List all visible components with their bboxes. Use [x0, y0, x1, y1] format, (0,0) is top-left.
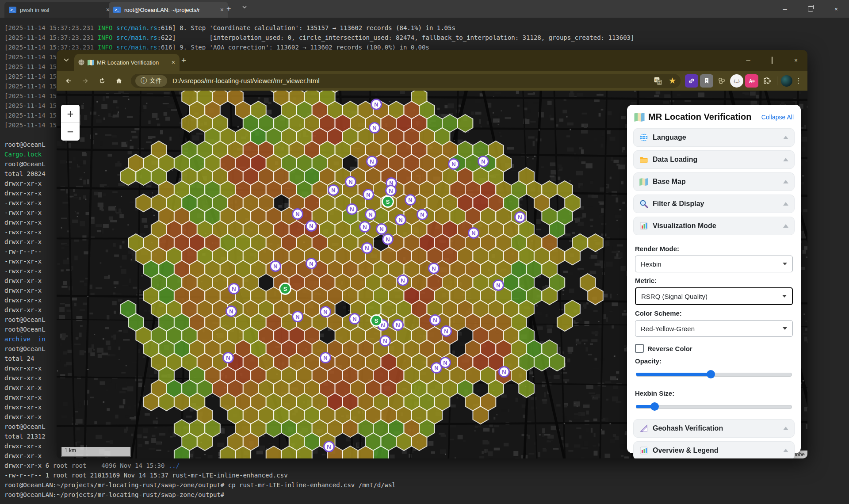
zoom-out-button[interactable]: − [61, 123, 80, 141]
bookmark-star-icon[interactable]: ★ [669, 76, 676, 85]
map-marker-n[interactable]: N [367, 157, 377, 167]
map-marker-n[interactable]: N [380, 336, 390, 346]
collapse-triangle-icon [783, 158, 788, 161]
close-tab-icon[interactable]: × [220, 6, 224, 13]
zoom-in-button[interactable]: + [61, 105, 80, 123]
terminal-restore-button[interactable] [798, 0, 823, 18]
map-marker-n[interactable]: N [229, 284, 239, 294]
map-marker-n[interactable]: N [441, 326, 451, 336]
extension-braces-icon[interactable]: {…} [730, 74, 743, 88]
tab-search-icon[interactable] [60, 54, 73, 66]
map-marker-n[interactable]: N [371, 99, 382, 110]
translate-icon[interactable]: G 文 [654, 76, 662, 85]
section-language[interactable]: Language [633, 128, 795, 147]
map-marker-s[interactable]: S [280, 283, 291, 294]
map-marker-n[interactable]: N [226, 306, 237, 317]
visualization-mode-content: Render Mode: Hexbin Metric: RSRQ (Signal… [633, 239, 795, 419]
terminal-tab-ssh[interactable]: >_ root@OceanLAN: ~/projects/r × [109, 2, 228, 18]
map-marker-n[interactable]: N [347, 204, 357, 214]
map-marker-n[interactable]: N [398, 275, 408, 286]
map-marker-n[interactable]: N [432, 363, 442, 373]
extensions-puzzle-icon[interactable] [760, 74, 773, 88]
section-geohash-verification[interactable]: Geohash Verification [633, 419, 795, 438]
site-info-chip[interactable]: ⓘ 文件 [135, 75, 167, 87]
map-marker-n[interactable]: N [429, 263, 439, 274]
map-viewport[interactable]: NNNNNNNNNNNNNNNNNNNNNNNNNNNNNNNNNNNNNNNN… [57, 91, 807, 458]
browser-maximize-button[interactable] [763, 57, 781, 64]
map-marker-n[interactable]: N [405, 195, 416, 205]
map-marker-n[interactable]: N [293, 209, 303, 219]
map-marker-n[interactable]: N [515, 212, 525, 222]
browser-toolbar: ⓘ 文件 D:/vsrepos/mr-locating-rust/viewer/… [57, 71, 807, 91]
forward-button[interactable] [78, 73, 93, 88]
profile-avatar[interactable] [781, 75, 792, 87]
map-marker-n[interactable]: N [329, 185, 339, 195]
extension-circles-icon[interactable] [715, 74, 728, 88]
map-marker-n[interactable]: N [223, 353, 233, 363]
terminal-close-button[interactable]: × [823, 0, 849, 18]
extension-link-icon[interactable] [685, 74, 698, 88]
metric-select[interactable]: RSRQ (Signal Quality) [635, 287, 793, 305]
browser-tab[interactable]: MR Location Verification × [74, 54, 180, 71]
map-marker-n[interactable]: N [321, 353, 331, 363]
map-marker-s[interactable]: S [371, 315, 382, 326]
map-marker-n[interactable]: N [469, 228, 479, 238]
extension-bookmark-icon[interactable]: ★ [700, 74, 713, 88]
map-marker-n[interactable]: N [396, 215, 406, 225]
back-button[interactable] [61, 73, 76, 88]
section-visualization-mode[interactable]: Visualization Mode [633, 217, 795, 235]
map-marker-n[interactable]: N [499, 367, 509, 377]
section-overview-legend[interactable]: Overview & Legend [633, 441, 795, 458]
map-marker-n[interactable]: N [293, 312, 303, 322]
browser-new-tab-button[interactable]: + [181, 56, 186, 65]
terminal-tab-dropdown-icon[interactable] [242, 4, 247, 10]
address-bar[interactable]: ⓘ 文件 D:/vsrepos/mr-locating-rust/viewer/… [131, 74, 681, 88]
map-marker-n[interactable]: N [324, 442, 334, 452]
map-marker-n[interactable]: N [360, 222, 370, 232]
section-data-loading[interactable]: Data Loading [633, 150, 795, 169]
collapse-all-link[interactable]: Collapse All [761, 114, 794, 121]
map-marker-n[interactable]: N [306, 259, 317, 269]
browser-minimize-button[interactable]: ─ [739, 57, 757, 64]
map-marker-n[interactable]: N [493, 280, 504, 290]
map-marker-n[interactable]: N [346, 177, 356, 187]
map-marker-n[interactable]: N [370, 123, 380, 133]
map-marker-n[interactable]: N [306, 221, 317, 231]
browser-close-button[interactable]: × [787, 57, 805, 64]
map-marker-n[interactable]: N [377, 224, 387, 234]
map-marker-n[interactable]: N [430, 315, 440, 325]
extension-translate-a-icon[interactable]: A中 [745, 74, 758, 88]
map-marker-n[interactable]: N [449, 159, 459, 169]
map-marker-n[interactable]: N [321, 307, 331, 317]
reload-button[interactable] [95, 73, 110, 88]
map-marker-n[interactable]: N [271, 261, 281, 271]
terminal-line: drwxr-xr-x [4, 286, 42, 295]
map-marker-n[interactable]: N [393, 320, 403, 330]
terminal-minimize-button[interactable]: ─ [772, 0, 798, 18]
color-scheme-select[interactable]: Red-Yellow-Green [635, 320, 793, 337]
map-marker-n[interactable]: N [363, 190, 374, 200]
reverse-color-checkbox[interactable] [635, 344, 644, 353]
terminal-new-tab-button[interactable]: + [226, 4, 231, 14]
terminal-line: [2025-11-14 15:37:23.231 INFO src/main.r… [4, 33, 634, 42]
render-mode-select[interactable]: Hexbin [635, 256, 793, 272]
browser-window: MR Location Verification × + ─ × [57, 50, 807, 458]
browser-menu-icon[interactable]: ⋮ [794, 76, 803, 85]
home-button[interactable] [111, 73, 126, 88]
map-marker-n[interactable]: N [417, 210, 428, 220]
map-marker-n[interactable]: N [366, 210, 376, 220]
close-tab-icon[interactable]: × [171, 59, 176, 66]
map-marker-s[interactable]: S [382, 196, 394, 207]
section-base-map[interactable]: Base Map [633, 172, 795, 191]
map-marker-n[interactable]: N [386, 186, 396, 196]
map-marker-n[interactable]: N [362, 243, 372, 253]
svg-text:★: ★ [705, 79, 708, 81]
map-marker-n[interactable]: N [478, 157, 489, 167]
terminal-tab-pwsh[interactable]: >_ pwsh in wsl × [4, 2, 114, 18]
map-marker-n[interactable]: N [383, 234, 393, 244]
opacity-slider[interactable] [636, 370, 792, 378]
hexbin-size-slider[interactable] [636, 402, 792, 410]
section-filter-display[interactable]: Filter & Display [633, 195, 795, 213]
url-text[interactable]: D:/vsrepos/mr-locating-rust/viewer/mr_vi… [172, 77, 650, 84]
map-marker-n[interactable]: N [350, 314, 360, 324]
